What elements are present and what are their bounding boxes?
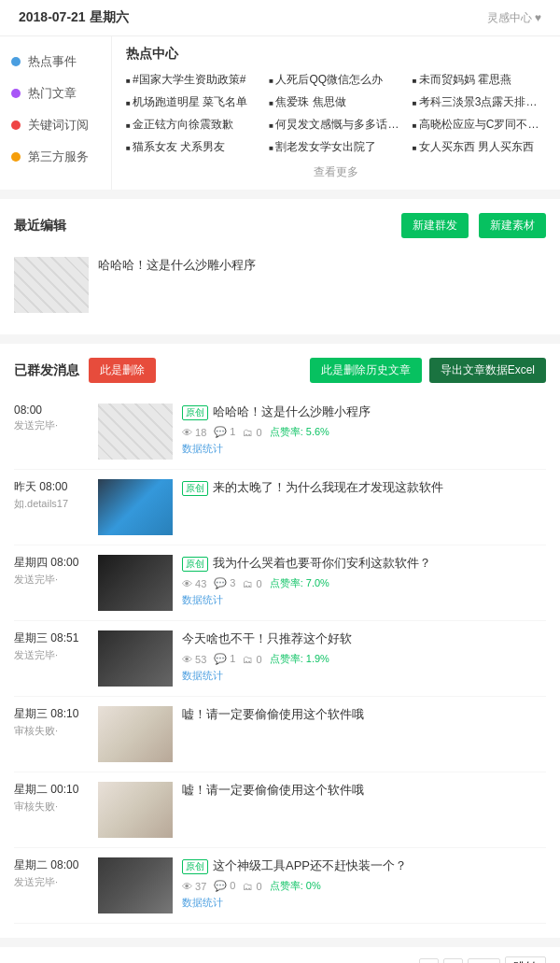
header-date: 2018-07-21 星期六 <box>19 9 129 26</box>
sidebar-item-third-party[interactable]: 第三方服务 <box>0 141 111 173</box>
msg-status-2: 发送完毕· <box>14 573 89 587</box>
msg-like-rate-2: 点赞率: 7.0% <box>270 576 329 590</box>
group-messages-title: 已群发消息 <box>14 362 79 379</box>
msg-stats-link-0[interactable]: 数据统计 <box>182 442 546 456</box>
msg-time-main-3: 星期三 08:51 <box>14 630 89 646</box>
hot-items-grid: #国家大学生资助政策#人死后QQ微信怎么办未而贸妈妈 霍思燕机场跑道明星 菜飞名… <box>126 70 546 157</box>
msg-content-2: 原创我为什么哭着也要哥你们安利这款软件？ 👁 43 💬 3 🗂 0 点赞率: 7… <box>182 555 546 607</box>
page-go-button[interactable]: 跳转 <box>505 956 546 963</box>
message-item-4: 星期三 08:10审核失败·嘘！请一定要偷偷使用这个软件哦 <box>14 697 546 772</box>
msg-status-5: 审核失败· <box>14 800 89 814</box>
hot-item-11[interactable]: 女人买东西 男人买东西 <box>413 137 546 157</box>
hot-item-8[interactable]: 高晓松应应与C罗同不快风波 <box>413 115 546 135</box>
hot-item-2[interactable]: 未而贸妈妈 霍思燕 <box>413 70 546 90</box>
msg-comments-3: 💬 1 <box>214 653 235 665</box>
msg-views-0: 👁 18 <box>182 427 206 438</box>
hot-item-0[interactable]: #国家大学生资助政策# <box>126 70 259 90</box>
msg-label-6: 原创 <box>182 859 208 874</box>
msg-time-5: 星期二 00:10审核失败· <box>14 782 89 814</box>
hot-item-10[interactable]: 割老发女学女出院了 <box>269 137 402 157</box>
msg-time-2: 星期四 08:00发送完毕· <box>14 555 89 587</box>
export-excel-button[interactable]: 导出文章数据Excel <box>429 358 546 383</box>
msg-stats-link-2[interactable]: 数据统计 <box>182 593 546 607</box>
hot-item-1[interactable]: 人死后QQ微信怎么办 <box>269 70 402 90</box>
msg-title-0[interactable]: 原创哈哈哈！这是什么沙雕小程序 <box>182 404 546 420</box>
msg-content-6: 原创这个神级工具APP还不赶快装一个？ 👁 37 💬 0 🗂 0 点赞率: 0%… <box>182 857 546 910</box>
header-link[interactable]: 灵感中心 ♥ <box>487 10 541 26</box>
msg-thumb-1 <box>98 479 173 535</box>
msg-time-main-4: 星期三 08:10 <box>14 706 89 722</box>
msg-stats-link-3[interactable]: 数据统计 <box>182 669 546 683</box>
msg-content-4: 嘘！请一定要偷偷使用这个软件哦 <box>182 706 546 728</box>
message-item-3: 星期三 08:51发送完毕·今天啥也不干！只推荐这个好软 👁 53 💬 1 🗂 … <box>14 621 546 697</box>
msg-thumb-3 <box>98 630 173 687</box>
group-actions: 此是删除历史文章 导出文章数据Excel <box>302 358 546 383</box>
msg-label-2: 原创 <box>182 557 208 572</box>
new-group-button[interactable]: 新建群发 <box>401 213 469 238</box>
msg-time-main-1: 昨天 08:00 <box>14 479 89 495</box>
sidebar-item-hot-activity[interactable]: 热点事件 <box>0 46 111 78</box>
msg-title-1[interactable]: 原创来的太晚了！为什么我现在才发现这款软件 <box>182 479 546 496</box>
sidebar-item-hot-article[interactable]: 热门文章 <box>0 78 111 109</box>
hot-item-5[interactable]: 考科三淡景3点露天排长队 <box>413 92 546 112</box>
msg-comments-0: 💬 1 <box>214 426 235 438</box>
inspiration-center-link[interactable]: 灵感中心 ♥ <box>487 11 541 24</box>
recent-article-card: 哈哈哈！这是什么沙雕小程序 <box>14 249 546 320</box>
page-prev-button[interactable]: < <box>419 958 439 963</box>
page-next-button[interactable]: > <box>443 958 463 963</box>
sidebar: 热点事件 热门文章 关键词订阅 第三方服务 <box>0 36 112 190</box>
msg-thumb-4 <box>98 706 173 762</box>
sidebar-item-hot-activity-label: 热点事件 <box>28 53 77 70</box>
delete-history-button[interactable]: 此是删除历史文章 <box>310 358 422 383</box>
message-item-6: 星期二 08:00发送完毕·原创这个神级工具APP还不赶快装一个？ 👁 37 💬… <box>14 848 546 924</box>
msg-title-5[interactable]: 嘘！请一定要偷偷使用这个软件哦 <box>182 782 546 799</box>
msg-stats-0: 👁 18 💬 1 🗂 0 点赞率: 5.6% <box>182 425 546 439</box>
page-jump-input[interactable] <box>468 958 500 964</box>
msg-content-3: 今天啥也不干！只推荐这个好软 👁 53 💬 1 🗂 0 点赞率: 1.9% 数据… <box>182 630 546 683</box>
msg-like-rate-6: 点赞率: 0% <box>270 879 321 893</box>
recent-edit-header: 最近编辑 新建群发 新建素材 <box>14 213 546 238</box>
msg-thumb-5 <box>98 782 173 838</box>
msg-comments-6: 💬 0 <box>214 880 235 892</box>
msg-thumb-6 <box>98 857 173 913</box>
recent-edit-section: 最近编辑 新建群发 新建素材 哈哈哈！这是什么沙雕小程序 <box>0 199 560 334</box>
sidebar-item-third-party-label: 第三方服务 <box>28 149 89 165</box>
msg-title-6[interactable]: 原创这个神级工具APP还不赶快装一个？ <box>182 857 546 874</box>
msg-content-0: 原创哈哈哈！这是什么沙雕小程序 👁 18 💬 1 🗂 0 点赞率: 5.6% 数… <box>182 404 546 456</box>
message-item-1: 昨天 08:00如.details17原创来的太晚了！为什么我现在才发现这款软件 <box>14 470 546 545</box>
msg-time-main-5: 星期二 00:10 <box>14 782 89 798</box>
msg-thumb-0 <box>98 404 173 460</box>
message-item-2: 星期四 08:00发送完毕·原创我为什么哭着也要哥你们安利这款软件？ 👁 43 … <box>14 545 546 621</box>
msg-title-4[interactable]: 嘘！请一定要偷偷使用这个软件哦 <box>182 706 546 723</box>
msg-like-rate-3: 点赞率: 1.9% <box>270 652 329 666</box>
msg-shares-2: 🗂 0 <box>243 578 261 589</box>
msg-status-4: 审核失败· <box>14 724 89 738</box>
message-item-0: 08:00发送完毕·原创哈哈哈！这是什么沙雕小程序 👁 18 💬 1 🗂 0 点… <box>14 394 546 470</box>
msg-time-main-0: 08:00 <box>14 404 89 417</box>
msg-label-1: 原创 <box>182 481 208 496</box>
msg-stats-3: 👁 53 💬 1 🗂 0 点赞率: 1.9% <box>182 652 546 666</box>
hot-item-7[interactable]: 何炅发文感慨与多多话剧同台 <box>269 115 402 135</box>
msg-status-3: 发送完毕· <box>14 648 89 662</box>
msg-stats-link-6[interactable]: 数据统计 <box>182 896 546 910</box>
sidebar-item-subscription[interactable]: 关键词订阅 <box>0 109 111 141</box>
header: 2018-07-21 星期六 灵感中心 ♥ <box>0 0 560 36</box>
hot-item-9[interactable]: 猫系女友 犬系男友 <box>126 137 259 157</box>
msg-title-3[interactable]: 今天啥也不干！只推荐这个好软 <box>182 630 546 647</box>
recent-article-title[interactable]: 哈哈哈！这是什么沙雕小程序 <box>98 257 546 274</box>
msg-title-2[interactable]: 原创我为什么哭着也要哥你们安利这款软件？ <box>182 555 546 572</box>
hot-center-more[interactable]: 查看更多 <box>126 164 546 180</box>
new-material-button[interactable]: 新建素材 <box>479 213 546 238</box>
msg-content-1: 原创来的太晚了！为什么我现在才发现这款软件 <box>182 479 546 501</box>
msg-views-2: 👁 43 <box>182 578 206 589</box>
delete-button[interactable]: 此是删除 <box>89 358 156 383</box>
hot-item-3[interactable]: 机场跑道明星 菜飞名单 <box>126 92 259 112</box>
msg-content-5: 嘘！请一定要偷偷使用这个软件哦 <box>182 782 546 803</box>
hot-item-6[interactable]: 金正铉方向徐震致歉 <box>126 115 259 135</box>
sidebar-item-hot-article-label: 热门文章 <box>28 85 77 102</box>
msg-thumb-2 <box>98 555 173 611</box>
msg-stats-6: 👁 37 💬 0 🗂 0 点赞率: 0% <box>182 879 546 893</box>
msg-shares-0: 🗂 0 <box>243 427 261 438</box>
msg-shares-6: 🗂 0 <box>243 881 261 892</box>
hot-item-4[interactable]: 焦爱珠 焦思做 <box>269 92 402 112</box>
